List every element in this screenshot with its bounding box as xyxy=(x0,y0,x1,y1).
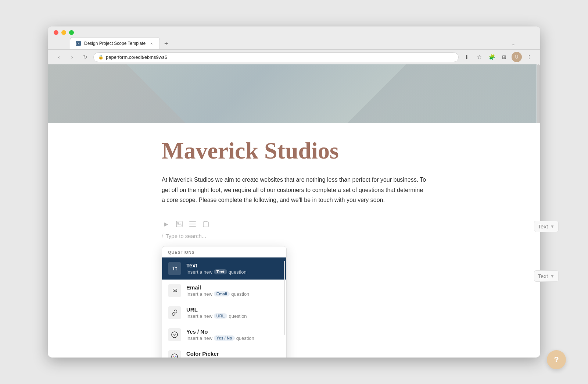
colorpicker-item-title: Color Picker xyxy=(186,351,280,357)
extension-btn[interactable]: 🧩 xyxy=(487,52,497,62)
url-item-desc: Insert a new URL question xyxy=(186,313,280,319)
search-slash: / xyxy=(162,233,163,239)
forward-icon: › xyxy=(71,54,73,60)
search-bar: / Type to search... QUESTIONS Tt Text In… xyxy=(162,233,426,239)
refresh-icon: ↻ xyxy=(83,54,87,60)
email-item-title: Email xyxy=(186,284,280,291)
colorpicker-item-info: Color Picker Insert a new Color Picker q… xyxy=(186,351,280,358)
dropdown-item-email[interactable]: ✉ Email Insert a new Email question xyxy=(162,280,286,302)
svg-rect-5 xyxy=(189,224,196,224)
email-item-info: Email Insert a new Email question xyxy=(186,284,280,297)
address-bar-row: ‹ › ↻ 🔒 paperform.co/edit/ebms9ws6 ⬆ ☆ 🧩… xyxy=(48,50,540,64)
puzzle-icon: 🧩 xyxy=(489,54,495,60)
clipboard-icon[interactable] xyxy=(201,220,210,228)
text-dropdown-2[interactable]: Text ▼ xyxy=(534,270,540,282)
content-toolbar: ▶ xyxy=(162,220,426,228)
tabs-row: P Design Project Scope Template × + ⌄ xyxy=(48,35,540,49)
address-field[interactable]: 🔒 paperform.co/edit/ebms9ws6 xyxy=(93,52,459,62)
url-item-info: URL Insert a new URL question xyxy=(186,306,280,319)
menu-btn[interactable]: ⋮ xyxy=(524,52,534,62)
page-description: At Maverick Studios we aim to create web… xyxy=(162,175,426,205)
svg-rect-7 xyxy=(203,222,208,227)
dropdown-item-url[interactable]: URL Insert a new URL question xyxy=(162,302,286,324)
window-controls-row xyxy=(48,26,540,35)
browser-window: P Design Project Scope Template × + ⌄ ‹ … xyxy=(48,26,540,358)
star-icon: ☆ xyxy=(477,54,482,60)
svg-text:P: P xyxy=(76,42,79,46)
svg-point-10 xyxy=(173,356,174,357)
dropdown-header: QUESTIONS xyxy=(162,246,286,257)
page-body: Maverick Studios At Maverick Studios we … xyxy=(154,123,434,262)
page-content: Maverick Studios At Maverick Studios we … xyxy=(48,64,540,358)
play-icon[interactable]: ▶ xyxy=(162,220,171,228)
close-window-btn[interactable] xyxy=(54,30,58,35)
toolbar-right: ⬆ ☆ 🧩 ⊞ U ⋮ xyxy=(462,52,534,62)
right-panel: Text ▼ Text ▼ xyxy=(534,221,540,282)
minimize-window-btn[interactable] xyxy=(61,30,66,35)
image-icon[interactable] xyxy=(175,220,184,228)
text-item-info: Text Insert a new Text question xyxy=(186,262,280,275)
bookmark-btn[interactable]: ☆ xyxy=(474,52,484,62)
tab-close-btn[interactable]: × xyxy=(148,40,154,46)
text-dropdown-1-label: Text xyxy=(538,223,540,230)
tab-title: Design Project Scope Template xyxy=(84,41,146,46)
active-tab[interactable]: P Design Project Scope Template × xyxy=(70,37,160,49)
title-bar: P Design Project Scope Template × + ⌄ xyxy=(48,26,540,50)
svg-rect-6 xyxy=(189,226,196,227)
url-text: paperform.co/edit/ebms9ws6 xyxy=(106,54,454,60)
dropdown-item-colorpicker[interactable]: Color Picker Insert a new Color Picker q… xyxy=(162,346,286,358)
dropdown-item-text[interactable]: Tt Text Insert a new Text question xyxy=(162,257,286,280)
lines-icon[interactable] xyxy=(188,220,197,228)
svg-rect-4 xyxy=(189,221,196,222)
yesno-item-title: Yes / No xyxy=(186,328,280,335)
url-icon xyxy=(168,306,181,319)
text-item-title: Text xyxy=(186,262,280,269)
share-icon: ⬆ xyxy=(465,54,469,60)
new-tab-btn[interactable]: + xyxy=(161,38,172,49)
yesno-item-desc: Insert a new Yes / No question xyxy=(186,335,280,341)
sidebar-btn[interactable]: ⊞ xyxy=(499,52,509,62)
search-placeholder[interactable]: Type to search... xyxy=(165,233,206,239)
scrollbar-thumb[interactable] xyxy=(537,64,540,123)
svg-point-12 xyxy=(174,357,175,358)
dropdown-panel: QUESTIONS Tt Text Insert a new Text ques… xyxy=(162,246,287,358)
lock-icon: 🔒 xyxy=(98,54,104,60)
text-dropdown-2-label: Text xyxy=(538,273,540,279)
scrollbar-track xyxy=(537,64,540,123)
back-btn[interactable]: ‹ xyxy=(54,52,64,62)
colorpicker-icon xyxy=(168,350,181,358)
sidebar-icon: ⊞ xyxy=(502,54,506,60)
dropdown-scrollbar[interactable] xyxy=(284,261,285,335)
text-item-desc: Insert a new Text question xyxy=(186,269,280,275)
back-icon: ‹ xyxy=(58,54,60,60)
svg-point-11 xyxy=(175,356,176,357)
yesno-item-info: Yes / No Insert a new Yes / No question xyxy=(186,328,280,341)
user-avatar[interactable]: U xyxy=(512,52,522,62)
share-btn[interactable]: ⬆ xyxy=(462,52,472,62)
email-item-desc: Insert a new Email question xyxy=(186,291,280,297)
text-dropdown-1[interactable]: Text ▼ xyxy=(534,221,540,232)
email-icon: ✉ xyxy=(168,284,181,297)
tab-dropdown-btn[interactable]: ⌄ xyxy=(509,40,518,48)
kebab-icon: ⋮ xyxy=(527,54,532,60)
svg-point-3 xyxy=(178,222,179,224)
dropdown-item-yesno[interactable]: Yes / No Insert a new Yes / No question xyxy=(162,324,286,346)
hero-banner xyxy=(48,64,540,123)
tab-favicon: P xyxy=(75,40,81,46)
url-item-title: URL xyxy=(186,306,280,313)
refresh-btn[interactable]: ↻ xyxy=(80,52,90,62)
text-type-icon: Tt xyxy=(168,262,181,275)
yesno-icon xyxy=(168,328,181,341)
page-title: Maverick Studios xyxy=(162,138,426,164)
svg-point-9 xyxy=(172,354,178,358)
forward-btn[interactable]: › xyxy=(67,52,77,62)
avatar-label: U xyxy=(515,54,519,60)
maximize-window-btn[interactable] xyxy=(69,30,74,35)
